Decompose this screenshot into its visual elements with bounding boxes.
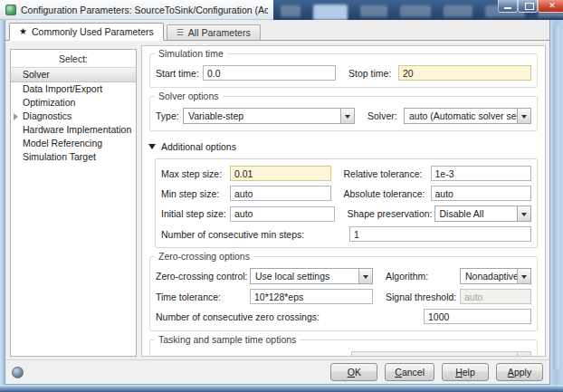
consecutive-min-steps-label: Number of consecutive min steps: (161, 229, 349, 240)
ok-button[interactable]: OK (330, 363, 377, 381)
apply-mnemonic: A (508, 367, 514, 378)
max-step-size-label: Max step size: (161, 168, 230, 179)
tab-all-parameters[interactable]: ☰ All Parameters (167, 24, 261, 40)
solver-select-value: auto (Automatic solver selection) (405, 110, 517, 121)
sidebar-item-diagnostics[interactable]: Diagnostics (11, 110, 136, 123)
additional-options-group: Max step size: Relative tolerance: Min s… (155, 158, 538, 248)
background-window-bottom-edge (0, 385, 563, 392)
zero-crossing-control-label: Zero-crossing control: (156, 271, 250, 282)
initial-step-size-label: Initial step size: (161, 208, 230, 219)
start-time-input[interactable] (203, 65, 336, 81)
background-ribbon-tab[interactable] (444, 5, 472, 17)
tab-label: Commonly Used Parameters (32, 26, 154, 37)
ok-rest: K (355, 367, 361, 378)
max-step-size-input[interactable] (230, 166, 331, 181)
consecutive-zero-crossings-input[interactable] (424, 309, 531, 324)
absolute-tolerance-input[interactable] (431, 186, 532, 201)
section-title-zero-crossing: Zero-crossing options (155, 251, 253, 262)
tasking-mode-label: Tasking mode for periodic sample times: (156, 354, 351, 357)
chevron-down-icon (517, 269, 530, 283)
chevron-down-icon (340, 109, 354, 123)
window-title: Configuration Parameters: SourceToSink/C… (21, 5, 268, 15)
tasking-options-group: Tasking and sample time options Tasking … (149, 339, 538, 357)
zero-crossing-options-group: Zero-crossing options Zero-crossing cont… (149, 256, 538, 331)
background-ribbon-tab[interactable] (400, 5, 431, 17)
stop-time-input[interactable] (398, 65, 531, 81)
algorithm-value: Nonadaptive (461, 271, 517, 282)
consecutive-min-steps-input[interactable] (349, 226, 531, 242)
tab-commonly-used-parameters[interactable]: ★ Commonly Used Parameters (9, 23, 164, 41)
time-tolerance-label: Time tolerance: (156, 292, 250, 302)
zero-crossing-control-value: Use local settings (251, 271, 358, 282)
sidebar-item-optimization[interactable]: Optimization (11, 96, 136, 110)
sidebar-item-solver[interactable]: Solver (11, 67, 136, 82)
time-tolerance-input[interactable] (250, 289, 373, 304)
sidebar-item-label: Simulation Target (23, 151, 96, 162)
algorithm-select[interactable]: Nonadaptive (460, 268, 531, 284)
dialog-tab-bar: ★ Commonly Used Parameters ☰ All Paramet… (5, 20, 549, 41)
app-icon (5, 5, 16, 15)
dialog-title-bar: Configuration Parameters: SourceToSink/C… (0, 0, 273, 20)
algorithm-label: Algorithm: (386, 271, 460, 282)
minimize-button[interactable] (498, 0, 518, 13)
help-globe-icon[interactable] (12, 367, 24, 378)
cancel-rest: ancel (402, 367, 425, 378)
background-ribbon-tab[interactable] (360, 5, 387, 17)
configuration-parameters-dialog: ★ Commonly Used Parameters ☰ All Paramet… (5, 20, 550, 385)
signal-threshold-label: Signal threshold: (386, 292, 460, 302)
solver-label: Solver: (367, 110, 404, 121)
ok-mnemonic: O (348, 367, 355, 378)
consecutive-zero-crossings-label: Number of consecutive zero crossings: (156, 311, 424, 322)
expand-arrow-icon[interactable] (14, 113, 22, 120)
sidebar-select-header: Select: (11, 50, 136, 67)
star-icon: ★ (19, 27, 27, 36)
background-window-ribbon (273, 0, 563, 20)
cancel-mnemonic: C (395, 367, 402, 378)
shape-preservation-value: Disable All (435, 208, 518, 219)
relative-tolerance-input[interactable] (431, 166, 532, 181)
chevron-down-icon (517, 109, 530, 123)
sidebar-item-label: Optimization (23, 97, 75, 108)
absolute-tolerance-label: Absolute tolerance: (344, 188, 431, 199)
sidebar-item-data-import-export[interactable]: Data Import/Export (11, 82, 136, 96)
section-title-solver-options: Solver options (155, 91, 223, 101)
sidebar-item-label: Hardware Implementation (23, 124, 131, 135)
sidebar-item-simulation-target[interactable]: Simulation Target (11, 150, 136, 164)
apply-button[interactable]: Apply (496, 363, 543, 381)
start-time-label: Start time: (156, 68, 203, 79)
sidebar-item-model-referencing[interactable]: Model Referencing (11, 137, 136, 150)
type-select[interactable]: Variable-step (183, 108, 355, 124)
tab-label: All Parameters (188, 27, 251, 38)
background-ribbon-tab[interactable] (281, 5, 301, 17)
zero-crossing-control-select[interactable]: Use local settings (250, 268, 373, 284)
sidebar-item-label: Model Referencing (23, 138, 102, 148)
solver-options-group: Solver options Type: Variable-step Solve… (149, 96, 538, 131)
cancel-button[interactable]: Cancel (385, 363, 434, 381)
background-ribbon-tab-active[interactable] (313, 5, 348, 20)
initial-step-size-input[interactable] (230, 206, 335, 222)
close-button[interactable] (538, 0, 563, 13)
min-step-size-input[interactable] (230, 186, 331, 201)
shape-preservation-select[interactable]: Disable All (434, 206, 532, 222)
section-title-tasking: Tasking and sample time options (155, 334, 300, 345)
maximize-button[interactable] (518, 0, 538, 13)
relative-tolerance-label: Relative tolerance: (344, 168, 431, 179)
tasking-mode-value: SingleTasking (352, 354, 517, 357)
background-window-scrollbar (550, 20, 563, 385)
sidebar-item-hardware-implementation[interactable]: Hardware Implementation (11, 123, 136, 137)
solver-select[interactable]: auto (Automatic solver selection) (404, 108, 531, 124)
dialog-footer: OK Cancel Help Apply (5, 359, 549, 384)
shape-preservation-label: Shape preservation: (348, 208, 434, 219)
section-title-additional-options: Additional options (161, 141, 236, 152)
help-button[interactable]: Help (442, 363, 489, 381)
stop-time-label: Stop time: (348, 68, 398, 79)
background-scrollbar-track (553, 25, 559, 369)
category-sidebar: Select: Solver Data Import/Export Optimi… (10, 49, 137, 357)
apply-rest: pply (514, 367, 531, 378)
help-rest: elp (463, 367, 475, 378)
help-mnemonic: H (455, 367, 463, 378)
type-select-value: Variable-step (184, 110, 340, 121)
sidebar-item-label: Solver (23, 69, 50, 80)
signal-threshold-input (460, 289, 531, 304)
additional-options-toggle[interactable]: Additional options (148, 139, 538, 153)
